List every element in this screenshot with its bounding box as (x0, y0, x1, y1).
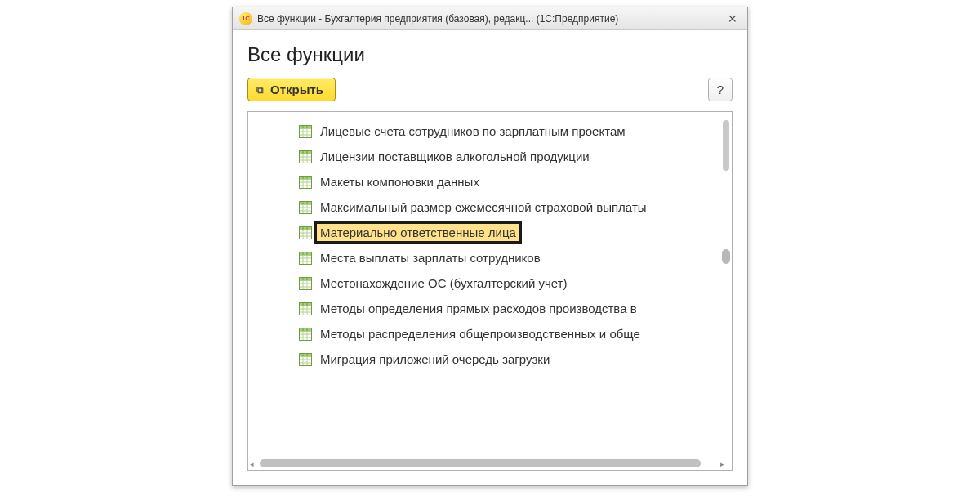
tree-item-label: Макеты компоновки данных (320, 175, 479, 189)
vertical-scrollbar[interactable] (720, 115, 730, 454)
table-icon (299, 125, 312, 138)
window-title: Все функции - Бухгалтерия предприятия (б… (257, 13, 718, 25)
tree-item-label: Материально ответственные лица (314, 221, 522, 244)
svg-rect-26 (300, 176, 312, 179)
scroll-right-arrow-icon[interactable]: ▸ (720, 460, 727, 467)
tree-item-label: Методы определения прямых расходов произ… (320, 302, 637, 315)
open-window-icon: ⧉ (256, 84, 264, 96)
toolbar: ⧉ Открыть ? (247, 78, 733, 101)
svg-rect-66 (300, 277, 312, 280)
horizontal-scrollbar-thumb[interactable] (260, 459, 701, 467)
table-icon (299, 328, 312, 341)
tree-item[interactable]: Местонахождение ОС (бухгалтерский учет) (296, 270, 732, 296)
tree-container: Лицевые счета сотрудников по зарплатным … (247, 111, 733, 471)
close-button[interactable]: ✕ (723, 11, 742, 27)
svg-rect-76 (300, 302, 312, 306)
help-button-label: ? (717, 83, 724, 96)
tree-item-label: Максимальный размер ежемесячной страхово… (320, 200, 647, 214)
vertical-scrollbar-thumb[interactable] (722, 249, 730, 264)
table-icon (299, 150, 312, 163)
svg-rect-56 (300, 252, 312, 255)
app-window: 1C Все функции - Бухгалтерия предприятия… (232, 7, 748, 486)
table-icon (299, 353, 312, 366)
tree-item-label: Места выплаты зарплаты сотрудников (320, 251, 541, 265)
svg-rect-86 (300, 328, 312, 331)
tree-item[interactable]: Методы определения прямых расходов произ… (296, 296, 732, 321)
tree-item[interactable]: Максимальный размер ежемесячной страхово… (296, 194, 732, 220)
tree-list: Лицевые счета сотрудников по зарплатным … (248, 112, 732, 378)
tree-scroll-area[interactable]: Лицевые счета сотрудников по зарплатным … (248, 112, 732, 470)
horizontal-scrollbar[interactable] (252, 458, 717, 468)
tree-item-label: Местонахождение ОС (бухгалтерский учет) (320, 276, 568, 290)
app-1c-icon: 1C (239, 12, 252, 25)
table-icon (299, 201, 312, 214)
table-icon (299, 226, 312, 239)
open-button[interactable]: ⧉ Открыть (247, 78, 336, 101)
tree-item[interactable]: Места выплаты зарплаты сотрудников (296, 245, 732, 270)
close-icon: ✕ (728, 12, 737, 25)
tree-item[interactable]: Миграция приложений очередь загрузки (296, 346, 732, 372)
table-icon (299, 176, 312, 189)
svg-rect-36 (300, 201, 312, 204)
svg-rect-16 (300, 150, 312, 154)
svg-rect-46 (300, 226, 312, 230)
tree-item[interactable]: Лицензии поставщиков алкогольной продукц… (296, 144, 732, 169)
tree-item-label: Миграция приложений очередь загрузки (320, 352, 550, 366)
tree-item[interactable]: Лицевые счета сотрудников по зарплатным … (296, 118, 732, 144)
tree-item-label: Методы распределения общепроизводственны… (320, 327, 640, 341)
open-button-label: Открыть (270, 83, 323, 96)
tree-item[interactable]: Макеты компоновки данных (296, 169, 732, 194)
table-icon (299, 277, 312, 290)
titlebar[interactable]: 1C Все функции - Бухгалтерия предприятия… (233, 7, 747, 30)
tree-item[interactable]: Методы распределения общепроизводственны… (296, 321, 732, 346)
help-button[interactable]: ? (708, 78, 733, 101)
tree-item-label: Лицензии поставщиков алкогольной продукц… (320, 150, 590, 163)
page-title: Все функции (247, 43, 733, 66)
tree-item-label: Лицевые счета сотрудников по зарплатным … (320, 124, 626, 138)
tree-item[interactable]: Материально ответственные лица (296, 220, 732, 245)
table-icon (299, 252, 312, 265)
svg-rect-96 (300, 353, 312, 356)
svg-rect-6 (300, 125, 312, 128)
window-content: Все функции ⧉ Открыть ? Лицевые счета со… (233, 30, 747, 485)
table-icon (299, 302, 312, 315)
scrollbar-range-hint (723, 120, 729, 171)
